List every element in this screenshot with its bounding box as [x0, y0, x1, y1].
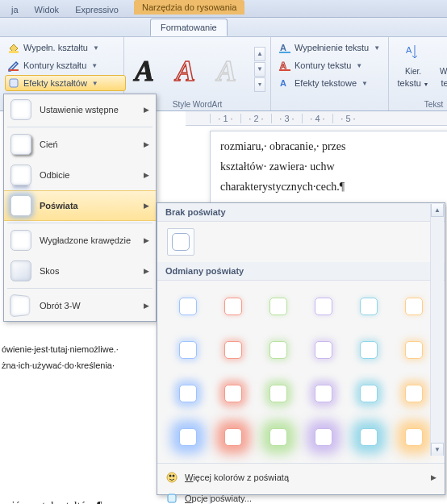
tab-ja[interactable]: ja — [3, 2, 27, 17]
glow-none-title: Brak poświaty — [157, 203, 445, 222]
text-fill-button[interactable]: A Wypełnienie tekstu ▼ — [276, 40, 389, 56]
glow-swatch[interactable] — [349, 331, 388, 369]
flyout-scrollbar[interactable]: ▲ ▼ — [430, 204, 444, 456]
gallery-scroll-up[interactable]: ▲ — [254, 47, 265, 61]
ribbon-tabbar: Formatowanie — [0, 18, 447, 37]
glow-swatch[interactable] — [214, 331, 253, 369]
dropdown-caret-icon: ▼ — [361, 80, 368, 87]
glow-swatch[interactable] — [349, 418, 388, 456]
gallery-scroll-down[interactable]: ▼ — [254, 62, 265, 77]
svg-point-16 — [169, 475, 172, 477]
wordart-style-2[interactable]: A — [170, 46, 210, 93]
svg-point-17 — [173, 475, 175, 477]
scroll-up-icon[interactable]: ▲ — [431, 204, 444, 217]
glow-swatch[interactable] — [214, 287, 253, 326]
glow-swatch[interactable] — [304, 418, 343, 456]
glow-swatch[interactable] — [259, 374, 298, 413]
align-text-label1: Wyrówn — [440, 67, 447, 76]
text-outline-button[interactable]: A Kontury tekstu ▼ — [276, 57, 389, 73]
glow-variants-grid — [157, 281, 445, 463]
effect-thumb-icon — [10, 260, 31, 281]
text-direction-button[interactable]: A Kier. tekstu ▼ — [394, 40, 432, 98]
svg-point-15 — [167, 473, 177, 482]
effects-menu-item[interactable]: Ustawienie wstępne▶ — [4, 94, 156, 125]
shape-outline-button[interactable]: Kontury kształtu ▼ — [5, 57, 126, 73]
glow-swatch[interactable] — [214, 374, 253, 413]
glow-swatch[interactable] — [259, 287, 298, 326]
effect-thumb-icon — [10, 99, 31, 120]
effects-menu-item[interactable]: Skos▶ — [4, 256, 156, 286]
doc-line: kształtów· zawiera· uchw — [220, 156, 447, 177]
effects-menu-item[interactable]: Obrót 3-W▶ — [4, 290, 156, 321]
effects-menu-item[interactable]: Poświata▶ — [4, 190, 156, 221]
tab-expressivo[interactable]: Expressivo — [67, 2, 127, 17]
wordart-style-3[interactable]: A — [211, 46, 251, 93]
shape-effects-button[interactable]: Efekty kształtów ▼ — [5, 75, 126, 91]
scroll-down-icon[interactable]: ▼ — [431, 443, 444, 456]
svg-text:A: A — [174, 55, 195, 87]
text-outline-icon: A — [278, 59, 291, 72]
gallery-more[interactable]: ▾ — [254, 77, 265, 92]
svg-rect-1 — [9, 69, 19, 71]
glow-swatch[interactable] — [395, 374, 433, 413]
more-glow-colors-label: Więcej kolorów z poświatą — [185, 473, 289, 482]
glow-swatch[interactable] — [169, 287, 207, 326]
glow-swatch[interactable] — [259, 418, 298, 456]
text-fill-icon: A — [278, 41, 291, 54]
glow-swatch[interactable] — [349, 374, 388, 413]
glow-swatch[interactable] — [169, 418, 207, 456]
effects-menu-item[interactable]: Wygładzone krawędzie▶ — [4, 225, 156, 256]
chevron-right-icon: ▶ — [144, 302, 149, 310]
effects-menu-item-label: Skos — [40, 266, 59, 276]
shape-fill-button[interactable]: Wypełn. kształtu ▼ — [5, 40, 126, 56]
doc-line: żna·ich·używać·do·kreślenia· — [2, 358, 181, 374]
glow-swatch[interactable] — [349, 287, 388, 326]
glow-swatch[interactable] — [304, 287, 343, 326]
doc-line: charakterystycznych·cech.¶ — [220, 177, 447, 197]
shape-fill-label: Wypełn. kształtu — [23, 43, 88, 52]
glow-none-swatch[interactable] — [167, 228, 194, 256]
dropdown-caret-icon: ▼ — [93, 44, 99, 52]
glow-flyout: Brak poświaty Odmiany poświaty Więcej ko… — [157, 202, 445, 495]
glow-swatch[interactable] — [304, 374, 343, 413]
effects-menu-item-label: Obrót 3-W — [40, 301, 81, 310]
glow-swatch[interactable] — [214, 418, 253, 456]
text-direction-label2: tekstu ▼ — [397, 78, 428, 88]
group-text-fx: A Wypełnienie tekstu ▼ A Kontury tekstu … — [271, 37, 389, 110]
svg-rect-0 — [9, 51, 19, 53]
group-text: A Kier. tekstu ▼ Wyrówn tekst ▼ Tekst — [389, 37, 447, 110]
glow-options[interactable]: Opcje poświaty... — [157, 488, 445, 504]
chevron-right-icon: ▶ — [431, 473, 437, 481]
svg-text:A: A — [280, 43, 286, 52]
text-effects-button[interactable]: A Efekty tekstowe ▼ — [276, 75, 389, 91]
glow-swatch[interactable] — [304, 331, 343, 369]
glow-swatch[interactable] — [395, 331, 433, 369]
text-direction-label1: Kier. — [405, 67, 421, 76]
svg-rect-2 — [10, 79, 18, 87]
text-fill-label: Wypełnienie tekstu — [295, 43, 369, 52]
effect-thumb-icon — [10, 230, 31, 251]
wordart-style-1[interactable]: A — [129, 46, 169, 93]
glow-swatch[interactable] — [169, 331, 207, 369]
chevron-right-icon: ▶ — [144, 140, 149, 148]
tab-widok[interactable]: Widok — [27, 2, 68, 17]
effects-menu-item[interactable]: Odbicie▶ — [4, 160, 156, 190]
glow-swatch[interactable] — [169, 374, 207, 413]
svg-rect-7 — [279, 52, 290, 53]
tab-formatowanie[interactable]: Formatowanie — [150, 19, 228, 36]
text-direction-icon: A — [403, 42, 423, 65]
svg-text:A: A — [280, 78, 286, 88]
effect-thumb-icon — [10, 165, 31, 185]
paint-bucket-icon — [7, 41, 20, 54]
color-wheel-icon — [165, 471, 178, 484]
glow-swatch[interactable] — [395, 287, 433, 326]
pencil-outline-icon — [7, 59, 20, 72]
horizontal-ruler[interactable]: · 1 ·· 2 ·· 3 ·· 4 ·· 5 · — [186, 111, 447, 126]
align-text-button[interactable]: Wyrówn tekst ▼ — [435, 40, 447, 98]
glow-swatch[interactable] — [259, 331, 298, 369]
doc-fragment-bottom: zajów·autokształtów·¶ — [2, 500, 102, 504]
svg-text:A: A — [133, 55, 154, 87]
glow-swatch[interactable] — [395, 418, 433, 456]
more-glow-colors[interactable]: Więcej kolorów z poświatą ▶ — [157, 467, 445, 488]
effects-menu-item[interactable]: Cień▶ — [4, 129, 156, 160]
